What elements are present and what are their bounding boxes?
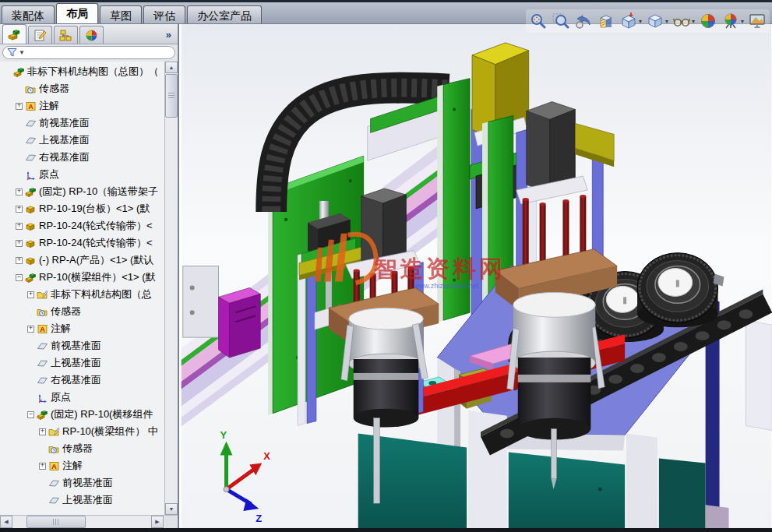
sensor-icon (48, 443, 60, 455)
svg-text:A: A (51, 463, 57, 470)
tree-item[interactable]: 上视基准面 (0, 132, 164, 149)
dropdown-caret-icon[interactable]: ▾ (692, 18, 695, 25)
expand-icon[interactable]: + (27, 326, 34, 333)
view-orientation-icon[interactable]: ▾ (619, 11, 643, 31)
zoom-to-fit-icon[interactable] (528, 11, 548, 31)
featuremanager-tree-tab[interactable] (2, 24, 26, 44)
tree-item[interactable]: 右视基准面 (0, 372, 164, 389)
tree-item-label: RP-10-24(轮式传输带）< (39, 219, 153, 233)
tree-item-label: (-) RP-A(产品）<1> (默认 (39, 253, 153, 267)
expand-icon[interactable]: + (16, 223, 23, 230)
dropdown-caret-icon[interactable]: ▾ (639, 18, 642, 25)
tree-item[interactable]: 前视基准面 (0, 115, 164, 132)
hide-show-items-icon[interactable]: ▾ (672, 11, 696, 31)
scroll-left-button[interactable]: ◀ (0, 516, 12, 528)
command-tab-3[interactable]: 评估 (143, 5, 185, 23)
previous-view-icon[interactable] (573, 11, 594, 31)
plane-icon (48, 495, 60, 506)
tree-item[interactable]: +RP-10-19(台板）<1> (默 (0, 200, 164, 217)
expand-icon[interactable]: + (16, 240, 23, 247)
triad-x-label: X (263, 450, 270, 462)
tree-vertical-scrollbar[interactable]: ▲ ▼ (164, 62, 178, 515)
asm-icon (37, 409, 48, 421)
plane-icon (25, 118, 37, 129)
tree-item[interactable]: +非标下料机结构图（总 (0, 286, 164, 303)
tree-item[interactable]: +RP-10-24(轮式传输带）< (0, 217, 164, 234)
tree-item[interactable]: +A注解 (0, 320, 164, 337)
tree-item[interactable]: 前视基准面 (0, 337, 164, 354)
scroll-right-button[interactable]: ▶ (151, 516, 164, 528)
dropdown-caret-icon[interactable]: ▾ (665, 18, 668, 25)
note-icon: A (37, 323, 48, 335)
scrollbar-corner (164, 516, 178, 528)
scroll-up-button[interactable]: ▲ (165, 62, 178, 73)
collapse-icon[interactable]: − (27, 411, 34, 418)
panel-overflow-chevron[interactable]: » (166, 29, 171, 41)
command-tab-4[interactable]: 办公室产品 (187, 5, 262, 23)
displaymanager-tab[interactable] (79, 26, 104, 44)
tree-item-label: 前视基准面 (39, 116, 90, 130)
command-tab-1[interactable]: 布局 (56, 3, 98, 23)
tree-item-label: 注解 (62, 459, 83, 473)
filter-caret-icon: ▼ (19, 49, 25, 56)
tree-item[interactable]: +(-) RP-A(产品）<1> (默认 (0, 252, 164, 269)
expand-icon[interactable]: + (39, 428, 46, 435)
left-bracket (183, 266, 219, 338)
part-icon (25, 238, 37, 249)
propertymanager-tab[interactable] (28, 26, 52, 44)
tree-item-label: 上视基准面 (39, 133, 90, 147)
tree-item-label: 非标下料机结构图（总 (51, 287, 152, 301)
configurationmanager-tab[interactable] (54, 26, 78, 44)
view-settings-icon[interactable] (747, 11, 767, 31)
tree-item[interactable]: +RP-10-24(轮式传输带）< (0, 234, 164, 252)
expand-icon[interactable]: + (16, 206, 23, 213)
tree-horizontal-scrollbar[interactable]: ◀ ▶ (0, 515, 178, 528)
edit-appearance-icon[interactable] (698, 11, 718, 31)
tree-item[interactable]: +A注解 (0, 97, 164, 115)
tree-item-label: RP-10-19(台板）<1> (默 (39, 202, 150, 216)
tree-item[interactable]: 传感器 (0, 303, 164, 320)
section-view-icon[interactable] (596, 11, 616, 31)
tree-item[interactable]: 传感器 (0, 80, 164, 97)
expand-icon[interactable]: + (27, 291, 34, 298)
tree-item[interactable]: +A注解 (0, 457, 164, 474)
display-style-icon[interactable]: ▾ (645, 11, 669, 31)
part-icon (25, 255, 37, 266)
featuremanager-panel: » ▼ 非标下料机结构图（总图）（传感器+A注解前视基准面上视基准面右视基准面原… (0, 24, 179, 528)
tree-item[interactable]: 前视基准面 (0, 474, 164, 491)
model-canvas[interactable]: 智造资料网 www.zhizaoziliao.net Y X Z (181, 24, 772, 528)
graphics-viewport[interactable]: 智造资料网 www.zhizaoziliao.net Y X Z (181, 24, 772, 528)
collapse-icon[interactable]: − (16, 274, 23, 281)
expand-icon[interactable]: + (16, 188, 23, 196)
zoom-to-area-icon[interactable] (551, 11, 571, 31)
command-tab-2[interactable]: 草图 (100, 5, 142, 23)
panel-tabs: » (0, 24, 178, 44)
tree-item-label: 注解 (39, 99, 59, 113)
tree-item[interactable]: 上视基准面 (0, 491, 164, 509)
apply-scene-icon[interactable]: ▾ (721, 11, 745, 31)
tree-item-label: 上视基准面 (62, 493, 113, 507)
tree-item[interactable]: 非标下料机结构图（总图）（ (0, 63, 164, 80)
tree-item[interactable]: −RP-10(横梁组件）<1> (默 (0, 269, 164, 286)
tree-item[interactable]: +RP-10(横梁组件） 中 (0, 423, 164, 440)
magenta-motor-box (219, 287, 261, 358)
command-tab-0[interactable]: 装配体 (2, 5, 55, 23)
expand-icon[interactable]: + (39, 463, 46, 470)
tree-item-label: RP-10(横梁组件）<1> (默 (39, 270, 156, 284)
tree-item[interactable]: 右视基准面 (0, 149, 164, 166)
svg-text:A: A (28, 103, 33, 111)
tree-item[interactable]: 上视基准面 (0, 354, 164, 372)
tree-item[interactable]: +(固定) RP-10（输送带架子 (0, 183, 164, 200)
tree-filter-input[interactable]: ▼ (2, 46, 175, 59)
scroll-down-button[interactable]: ▼ (165, 503, 178, 515)
scroll-thumb-h[interactable] (26, 516, 86, 528)
tree-item[interactable]: 传感器 (0, 440, 164, 457)
dropdown-caret-icon[interactable]: ▾ (741, 18, 744, 25)
tree-item[interactable]: 原点 (0, 166, 164, 183)
expand-icon[interactable]: + (16, 257, 23, 264)
tree-item[interactable]: 原点 (0, 389, 164, 406)
tree-item[interactable]: −(固定) RP-10(横移组件 (0, 406, 164, 423)
expand-icon[interactable]: + (16, 103, 23, 110)
asm-icon (25, 186, 37, 198)
scroll-thumb[interactable] (165, 74, 178, 118)
